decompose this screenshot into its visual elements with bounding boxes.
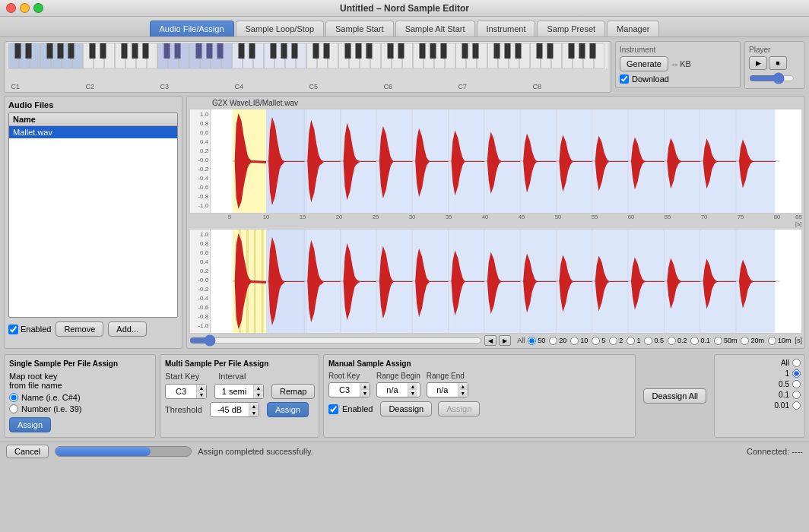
manual-assign-panel: Manual Sample Assign Root Key ▲ ▼ Range … — [323, 354, 636, 438]
threshold-label: Threshold — [165, 405, 202, 414]
start-key-input[interactable] — [166, 387, 196, 396]
deassign-all-button[interactable]: Deassign All — [643, 388, 706, 404]
range-end-down[interactable]: ▼ — [458, 390, 468, 397]
tab-samp-preset[interactable]: Samp Preset — [537, 21, 605, 36]
interval-down[interactable]: ▼ — [254, 391, 263, 398]
number-radio[interactable] — [9, 404, 18, 413]
close-button[interactable] — [6, 3, 16, 13]
window-controls[interactable] — [6, 3, 43, 13]
zoom-right-0.01[interactable] — [792, 401, 801, 410]
svg-rect-82 — [366, 43, 373, 59]
zoom-radio-50[interactable] — [549, 337, 557, 345]
root-key-down[interactable]: ▼ — [360, 390, 370, 397]
tab-sample-alt-start[interactable]: Sample Alt Start — [395, 21, 475, 36]
number-option-label: Number (i.e. 39) — [21, 404, 81, 413]
play-button[interactable]: ▶ — [749, 56, 767, 70]
zoom-0.1-label: 0.1 — [700, 337, 710, 344]
instrument-controls: Generate -- KB — [620, 56, 736, 71]
multi-assign-button[interactable]: Assign — [267, 402, 309, 417]
range-begin-input[interactable] — [377, 385, 408, 394]
zoom-right-1[interactable] — [792, 369, 801, 378]
single-assign-button[interactable]: Assign — [9, 417, 51, 432]
range-end-stepper: ▲ ▼ — [427, 382, 468, 397]
connected-label: Connected: ---- — [747, 447, 803, 456]
x-label-15: 15 — [284, 214, 321, 227]
main-content: C1 C2 C3 C4 C5 C6 C7 C8 Instrument Gener… — [0, 37, 809, 442]
x-label-75: 75 — [722, 214, 759, 227]
threshold-input[interactable] — [211, 405, 249, 414]
zoom-radio-0.1[interactable] — [714, 337, 722, 345]
y-label-0.0: -0.0 — [198, 157, 208, 163]
audio-files-panel: Audio Files Name Mallet.wav Enabled Remo… — [4, 96, 182, 349]
name-option-row: Name (i.e. C#4) — [9, 393, 151, 402]
root-key-up[interactable]: ▲ — [360, 383, 370, 390]
minimize-button[interactable] — [20, 3, 30, 13]
download-checkbox[interactable] — [620, 74, 629, 84]
svg-rect-72 — [217, 43, 224, 59]
deassign-button[interactable]: Deassign — [380, 401, 432, 416]
enabled-label: Enabled — [21, 325, 51, 334]
zoom-0.5-radio-label: 0.5 — [779, 380, 789, 388]
zoom-radio-50m[interactable] — [741, 337, 749, 345]
zoom-radio-20[interactable] — [570, 337, 579, 345]
svg-rect-77 — [292, 43, 298, 59]
svg-rect-79 — [324, 43, 330, 59]
cancel-button[interactable]: Cancel — [6, 445, 49, 458]
y2-label-0.8: 0.8 — [200, 240, 208, 247]
x-label-35: 35 — [430, 214, 467, 227]
maximize-button[interactable] — [33, 3, 43, 13]
range-end-input[interactable] — [427, 385, 458, 394]
add-button[interactable]: Add... — [108, 321, 147, 337]
start-key-down[interactable]: ▼ — [197, 391, 206, 398]
svg-rect-59 — [26, 43, 32, 59]
root-key-input[interactable] — [329, 385, 360, 394]
zoom-right-0.1[interactable] — [792, 391, 801, 399]
range-begin-down[interactable]: ▼ — [408, 390, 417, 397]
zoom-radio-all[interactable] — [528, 337, 536, 345]
range-end-up[interactable]: ▲ — [458, 383, 468, 390]
tab-instrument[interactable]: Instrument — [477, 21, 536, 36]
zoom-radio-group: All 50 20 10 5 2 1 0.5 0.2 — [517, 337, 802, 345]
enabled-checkbox[interactable] — [8, 325, 18, 334]
list-item[interactable]: Mallet.wav — [9, 126, 177, 138]
zoom-right-0.5[interactable] — [792, 380, 801, 388]
remap-button[interactable]: Remap — [271, 384, 315, 399]
zoom-1-label: 1 — [636, 337, 640, 344]
zoom-radio-10[interactable] — [592, 337, 600, 345]
range-begin-label: Range Begin — [376, 372, 420, 380]
tab-audio-file-assign[interactable]: Audio File/Assign — [150, 21, 234, 36]
kb-display: -- KB — [672, 59, 691, 68]
zoom-radio-2[interactable] — [627, 337, 635, 345]
zoom-right-all[interactable] — [792, 359, 801, 367]
stop-button[interactable]: ■ — [769, 56, 787, 70]
threshold-stepper: ▲ ▼ — [210, 402, 259, 417]
generate-button[interactable]: Generate — [620, 56, 668, 71]
tab-sample-loop-stop[interactable]: Sample Loop/Stop — [236, 21, 325, 36]
zoom-radio-5[interactable] — [609, 337, 617, 345]
x-label-50: 50 — [540, 214, 576, 227]
start-key-up[interactable]: ▲ — [197, 385, 206, 391]
volume-slider[interactable] — [749, 74, 795, 83]
keyboard-area[interactable]: C1 C2 C3 C4 C5 C6 C7 C8 — [4, 41, 611, 93]
manual-assign-button[interactable]: Assign — [438, 401, 480, 416]
interval-up[interactable]: ▲ — [254, 385, 263, 391]
zoom-radio-0.5[interactable] — [668, 337, 676, 345]
nav-prev-button[interactable]: ◀ — [484, 335, 497, 346]
remove-button[interactable]: Remove — [56, 321, 103, 337]
tab-sample-start[interactable]: Sample Start — [325, 21, 394, 36]
range-begin-up[interactable]: ▲ — [408, 383, 417, 390]
threshold-up[interactable]: ▲ — [249, 403, 259, 410]
name-radio[interactable] — [9, 393, 18, 402]
zoom-radio-1[interactable] — [644, 337, 652, 345]
interval-input[interactable] — [215, 387, 253, 396]
nav-next-button[interactable]: ▶ — [499, 335, 511, 346]
svg-text:C2: C2 — [86, 83, 95, 90]
tab-manager[interactable]: Manager — [607, 21, 659, 36]
manual-enabled-checkbox[interactable] — [328, 404, 338, 414]
zoom-radio-20m[interactable] — [768, 337, 776, 345]
zoom-radio-0.2[interactable] — [690, 337, 699, 345]
waveform-scrollbar[interactable] — [189, 336, 482, 345]
svg-rect-65 — [122, 43, 128, 59]
threshold-down[interactable]: ▼ — [249, 410, 259, 416]
svg-rect-63 — [90, 43, 96, 59]
